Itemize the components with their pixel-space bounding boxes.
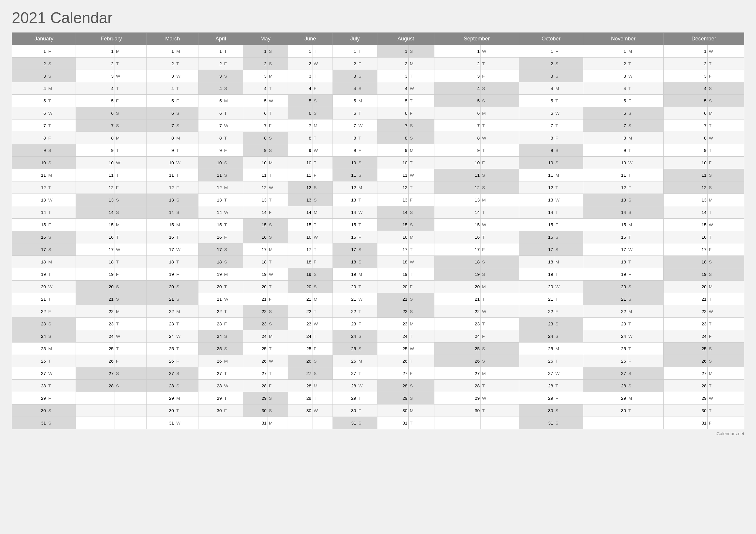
day-letter-november-2: T (627, 58, 663, 70)
empty-cell (627, 417, 663, 429)
day-letter-april-22: T (223, 305, 243, 318)
day-number-november-20: 20 (583, 281, 627, 293)
day-letter-november-1: M (627, 45, 663, 58)
day-number-january-17: 17 (12, 243, 47, 256)
day-letter-july-19: M (357, 268, 377, 281)
day-number-july-31: 31 (333, 417, 357, 429)
day-number-january-10: 10 (12, 157, 47, 169)
day-number-april-10: 10 (199, 157, 223, 169)
day-number-november-15: 15 (583, 218, 627, 231)
month-header-may: May (243, 33, 288, 45)
day-letter-may-2: S (268, 58, 288, 70)
day-letter-may-19: W (268, 268, 288, 281)
day-number-may-16: 16 (243, 231, 268, 243)
day-number-december-7: 7 (663, 119, 708, 132)
day-number-january-29: 29 (12, 392, 47, 404)
day-letter-october-25: M (554, 343, 583, 355)
day-number-november-4: 4 (583, 82, 627, 95)
day-number-july-24: 24 (333, 330, 357, 343)
day-number-march-8: 8 (147, 132, 175, 144)
day-number-december-14: 14 (663, 206, 708, 218)
day-letter-april-5: M (223, 95, 243, 107)
day-number-august-12: 12 (377, 181, 408, 194)
day-number-september-25: 25 (434, 343, 480, 355)
day-letter-may-20: T (268, 281, 288, 293)
day-number-april-7: 7 (199, 119, 223, 132)
day-letter-february-24: W (115, 330, 147, 343)
day-letter-october-7: T (554, 119, 583, 132)
day-letter-december-2: T (708, 58, 744, 70)
day-number-july-1: 1 (333, 45, 357, 58)
day-number-april-15: 15 (199, 218, 223, 231)
day-letter-february-16: T (115, 231, 147, 243)
day-letter-december-6: M (708, 107, 744, 119)
day-number-july-13: 13 (333, 194, 357, 206)
day-number-september-16: 16 (434, 231, 480, 243)
day-number-april-16: 16 (199, 231, 223, 243)
day-number-october-8: 8 (519, 132, 554, 144)
day-letter-february-22: M (115, 305, 147, 318)
day-number-november-21: 21 (583, 293, 627, 305)
day-number-february-9: 9 (76, 144, 115, 157)
calendar-row: 25M25T25T25S25T25F25S25W25S25M25T25S (12, 343, 744, 355)
day-number-april-28: 28 (199, 380, 223, 392)
day-number-june-18: 18 (288, 256, 312, 268)
day-number-september-14: 14 (434, 206, 480, 218)
day-letter-march-18: T (175, 256, 198, 268)
day-letter-august-11: W (408, 169, 434, 181)
day-number-october-17: 17 (519, 243, 554, 256)
day-letter-january-23: S (47, 318, 76, 330)
day-number-october-7: 7 (519, 119, 554, 132)
day-letter-december-17: F (708, 243, 744, 256)
day-letter-july-29: T (357, 392, 377, 404)
day-number-march-12: 12 (147, 181, 175, 194)
empty-cell (312, 417, 333, 429)
day-letter-april-27: T (223, 367, 243, 380)
day-letter-june-9: W (312, 144, 333, 157)
day-number-october-12: 12 (519, 181, 554, 194)
day-number-july-17: 17 (333, 243, 357, 256)
day-number-march-17: 17 (147, 243, 175, 256)
day-number-august-16: 16 (377, 231, 408, 243)
day-number-november-19: 19 (583, 268, 627, 281)
day-letter-august-13: F (408, 194, 434, 206)
day-letter-january-18: M (47, 256, 76, 268)
day-letter-february-15: M (115, 218, 147, 231)
day-number-july-16: 16 (333, 231, 357, 243)
month-header-november: November (583, 33, 663, 45)
calendar-row: 27W27S27S27T27T27S27T27F27M27W27S27M (12, 367, 744, 380)
day-number-january-11: 11 (12, 169, 47, 181)
day-number-january-4: 4 (12, 82, 47, 95)
day-letter-march-3: W (175, 70, 198, 82)
day-letter-october-21: T (554, 293, 583, 305)
day-letter-june-15: T (312, 218, 333, 231)
day-letter-june-2: W (312, 58, 333, 70)
day-number-october-18: 18 (519, 256, 554, 268)
day-number-december-22: 22 (663, 305, 708, 318)
day-letter-march-28: S (175, 380, 198, 392)
day-number-march-28: 28 (147, 380, 175, 392)
day-number-april-18: 18 (199, 256, 223, 268)
day-letter-august-28: S (408, 380, 434, 392)
day-letter-march-24: W (175, 330, 198, 343)
day-letter-august-16: M (408, 231, 434, 243)
day-letter-january-22: F (47, 305, 76, 318)
day-letter-april-16: F (223, 231, 243, 243)
day-number-january-1: 1 (12, 45, 47, 58)
day-letter-june-27: S (312, 367, 333, 380)
day-number-may-24: 24 (243, 330, 268, 343)
day-letter-april-18: S (223, 256, 243, 268)
day-letter-september-12: S (481, 181, 519, 194)
day-number-june-22: 22 (288, 305, 312, 318)
day-number-march-24: 24 (147, 330, 175, 343)
day-letter-january-11: M (47, 169, 76, 181)
day-number-april-24: 24 (199, 330, 223, 343)
day-letter-july-15: T (357, 218, 377, 231)
day-letter-may-14: F (268, 206, 288, 218)
day-letter-june-17: T (312, 243, 333, 256)
day-letter-april-4: S (223, 82, 243, 95)
day-number-december-12: 12 (663, 181, 708, 194)
day-number-february-5: 5 (76, 95, 115, 107)
day-number-november-16: 16 (583, 231, 627, 243)
calendar-row: 16S16T16T16F16S16W16F16M16T16S16T16T (12, 231, 744, 243)
